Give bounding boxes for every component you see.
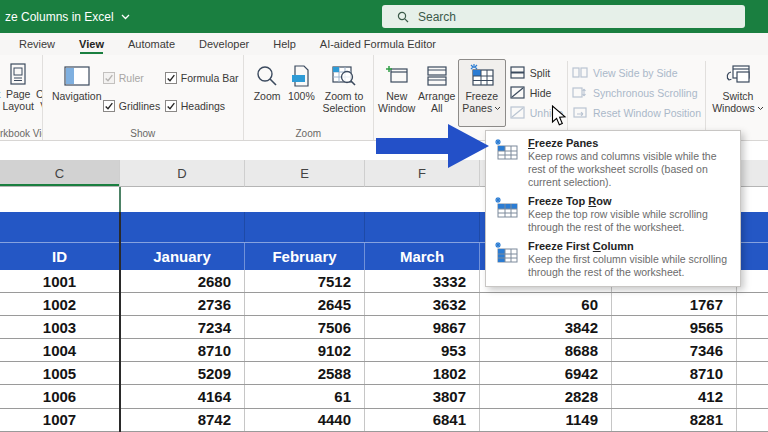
freeze-top-row-icon: [495, 195, 520, 234]
table-cell[interactable]: 9867: [365, 316, 480, 338]
table-cell[interactable]: 9102: [245, 339, 365, 361]
table-header-partial[interactable]: [737, 243, 768, 270]
column-header-d[interactable]: D: [120, 160, 245, 187]
zoom-100-button[interactable]: 100%: [285, 60, 317, 104]
table-cell[interactable]: 2736: [120, 293, 245, 315]
ruler-checkbox[interactable]: Ruler: [103, 72, 165, 84]
table-cell[interactable]: 7234: [120, 316, 245, 338]
column-header-partial[interactable]: [737, 160, 768, 187]
reset-window-position-button[interactable]: Reset Window Position: [572, 105, 701, 120]
tab-developer[interactable]: Developer: [194, 34, 254, 55]
table-cell[interactable]: 8710: [120, 339, 245, 361]
table-cell[interactable]: 60: [480, 293, 612, 315]
table-cell[interactable]: 1006: [0, 385, 120, 407]
table-header-january[interactable]: January: [120, 243, 245, 270]
table-cell[interactable]: 9565: [612, 316, 737, 338]
menu-item-freeze-panes[interactable]: Freeze Panes Keep rows and columns visib…: [486, 135, 740, 193]
new-window-button[interactable]: New Window: [378, 60, 416, 117]
unhide-icon: [510, 106, 525, 119]
table-cell[interactable]: [737, 339, 768, 361]
tab-view[interactable]: View: [74, 34, 109, 55]
checkbox-icon: [103, 72, 115, 84]
hide-button[interactable]: Hide: [510, 85, 563, 100]
switch-windows-button[interactable]: Switch Windows: [710, 60, 766, 117]
table-cell[interactable]: 1007: [0, 409, 120, 431]
table-cell[interactable]: 4440: [245, 409, 365, 431]
table-cell[interactable]: 61: [245, 385, 365, 407]
menu-item-freeze-top-row[interactable]: Freeze Top Row Keep the top row visible …: [486, 193, 740, 238]
table-header-march[interactable]: March: [365, 243, 480, 270]
table-cell[interactable]: 2680: [120, 270, 245, 292]
tab-help[interactable]: Help: [268, 34, 301, 55]
split-icon: [510, 66, 525, 79]
table-cell[interactable]: 7346: [612, 339, 737, 361]
table-cell[interactable]: 8688: [480, 339, 612, 361]
table-cell[interactable]: [737, 270, 768, 292]
reset-window-position-icon: [572, 106, 588, 119]
document-title[interactable]: ze Columns in Excel: [5, 10, 130, 24]
tab-ai-aided-formula-editor[interactable]: AI-aided Formula Editor: [315, 34, 441, 55]
table-cell[interactable]: 1001: [0, 270, 120, 292]
table-cell[interactable]: [737, 362, 768, 384]
headings-checkbox[interactable]: Headings: [165, 100, 241, 112]
table-cell[interactable]: 1002: [0, 293, 120, 315]
freeze-panes-icon: [495, 137, 520, 189]
column-header-c[interactable]: C: [0, 160, 120, 187]
table-cell[interactable]: 1149: [480, 409, 612, 431]
table-cell[interactable]: 2645: [245, 293, 365, 315]
table-cell[interactable]: 1005: [0, 362, 120, 384]
view-side-by-side-button[interactable]: View Side by Side: [572, 65, 701, 80]
zoom-button[interactable]: Zoom: [249, 60, 286, 104]
document-title-text: ze Columns in Excel: [5, 10, 114, 24]
table-cell[interactable]: 5209: [120, 362, 245, 384]
table-cell[interactable]: 3332: [365, 270, 480, 292]
table-cell[interactable]: 1802: [365, 362, 480, 384]
table-cell[interactable]: 6841: [365, 409, 480, 431]
page-layout-button[interactable]: Page Layout: [1, 58, 35, 115]
table-cell[interactable]: 1767: [612, 293, 737, 315]
menu-item-freeze-first-column[interactable]: Freeze First Column Keep the first colum…: [486, 238, 740, 283]
table-cell[interactable]: 8281: [612, 409, 737, 431]
formula-bar-checkbox[interactable]: Formula Bar: [165, 72, 241, 84]
hide-icon: [510, 86, 525, 99]
table-cell[interactable]: [737, 293, 768, 315]
mouse-cursor: [551, 105, 567, 127]
table-cell[interactable]: 2828: [480, 385, 612, 407]
tab-review[interactable]: Review: [14, 34, 60, 55]
column-header-e[interactable]: E: [245, 160, 365, 187]
gridlines-checkbox[interactable]: Gridlines: [103, 100, 165, 112]
table-cell[interactable]: 6942: [480, 362, 612, 384]
table-cell[interactable]: 953: [365, 339, 480, 361]
custom-views-button[interactable]: Custom Views: [35, 58, 43, 115]
freeze-panes-dropdown: Freeze Panes Keep rows and columns visib…: [485, 130, 741, 287]
divider: [705, 61, 706, 131]
table-cell[interactable]: [737, 316, 768, 338]
table-cell[interactable]: 4164: [120, 385, 245, 407]
view-side-by-side-icon: [572, 66, 588, 79]
table-cell[interactable]: 8710: [612, 362, 737, 384]
table-cell[interactable]: 8742: [120, 409, 245, 431]
navigation-button[interactable]: Navigation: [51, 60, 103, 104]
table-cell[interactable]: 7512: [245, 270, 365, 292]
table-cell[interactable]: 412: [612, 385, 737, 407]
zoom-to-selection-button[interactable]: Zoom to Selection: [317, 60, 370, 117]
table-cell[interactable]: [737, 385, 768, 407]
split-button[interactable]: Split: [510, 65, 563, 80]
table-header-february[interactable]: February: [245, 243, 365, 270]
search-input[interactable]: Search: [382, 5, 745, 28]
table-row: 10048710910295386887346: [0, 339, 768, 362]
table-cell[interactable]: 3632: [365, 293, 480, 315]
freeze-first-column-icon: [495, 240, 520, 279]
table-cell[interactable]: 7506: [245, 316, 365, 338]
table-cell[interactable]: 2588: [245, 362, 365, 384]
table-cell[interactable]: [737, 409, 768, 431]
freeze-panes-button[interactable]: Freeze Panes: [458, 59, 506, 127]
synchronous-scrolling-button[interactable]: Synchronous Scrolling: [572, 85, 701, 100]
table-cell[interactable]: 3807: [365, 385, 480, 407]
arrange-all-button[interactable]: Arrange All: [416, 60, 458, 117]
table-header-id[interactable]: ID: [0, 243, 120, 270]
table-cell[interactable]: 1004: [0, 339, 120, 361]
table-cell[interactable]: 3842: [480, 316, 612, 338]
tab-automate[interactable]: Automate: [123, 34, 180, 55]
table-cell[interactable]: 1003: [0, 316, 120, 338]
